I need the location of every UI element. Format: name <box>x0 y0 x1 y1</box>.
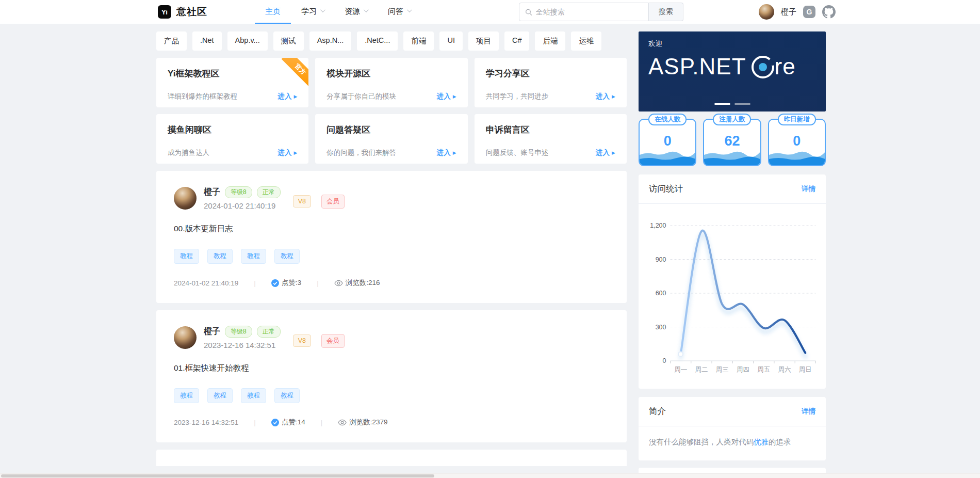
tag-chip[interactable]: 后端 <box>535 31 565 51</box>
tag-chip[interactable]: .Net <box>192 31 222 51</box>
zone-card[interactable]: 问题答疑区 你的问题，我们来解答 进入 ▶ <box>315 114 467 164</box>
views-eye-icon <box>338 419 347 426</box>
carousel-indicators <box>714 103 750 105</box>
banner-title-prefix: ASP.NET <box>648 54 746 79</box>
status-badge: 正常 <box>257 186 281 198</box>
zone-title: 摸鱼闲聊区 <box>168 124 297 136</box>
post-likes: 点赞:14 <box>282 418 305 427</box>
search-box[interactable] <box>519 3 649 21</box>
post-tag[interactable]: 教程 <box>241 249 266 264</box>
visit-stats-title: 访问统计 <box>649 183 683 195</box>
zone-card[interactable]: 申诉留言区 问题反馈、账号申述 进入 ▶ <box>475 114 627 164</box>
zone-description: 问题反馈、账号申述 <box>486 148 549 157</box>
github-icon[interactable] <box>822 5 836 19</box>
divider: | <box>254 419 256 426</box>
intro-text-highlight[interactable]: 优雅 <box>754 438 769 446</box>
tag-chip[interactable]: 产品 <box>156 31 187 51</box>
zone-description: 分享属于你自己的模块 <box>326 92 396 101</box>
level-badge: 等级8 <box>225 326 252 338</box>
intro-detail-link[interactable]: 详情 <box>802 407 815 416</box>
search-button[interactable]: 搜索 <box>649 3 683 21</box>
post-tag[interactable]: 教程 <box>274 388 300 403</box>
post-tag[interactable]: 教程 <box>241 388 266 403</box>
post-title[interactable]: 01.框架快速开始教程 <box>174 363 609 374</box>
nav-item-2[interactable]: 资源 <box>334 0 378 24</box>
post-tag[interactable]: 教程 <box>207 249 233 264</box>
zone-card[interactable]: 摸鱼闲聊区 成为捕鱼达人 进入 ▶ <box>156 114 308 164</box>
zone-enter-link[interactable]: 进入 ▶ <box>437 92 456 101</box>
post-author-name[interactable]: 橙子 <box>204 187 220 198</box>
zone-card[interactable]: 学习分享区 共同学习，共同进步 进入 ▶ <box>475 58 627 107</box>
zone-enter-link[interactable]: 进入 ▶ <box>437 148 456 157</box>
post-tags: 教程教程教程教程 <box>174 388 609 403</box>
horizontal-scrollbar[interactable] <box>0 473 980 478</box>
nav-item-1[interactable]: 学习 <box>291 0 334 24</box>
stat-card: 在线人数 0 <box>639 119 696 166</box>
chevron-down-icon <box>320 7 325 12</box>
nav-item-0[interactable]: 主页 <box>255 0 291 24</box>
zone-card[interactable]: Yi框架教程区 详细到爆炸的框架教程 进入 ▶ 官方 <box>156 58 308 107</box>
carousel-dot-1[interactable] <box>714 103 730 105</box>
intro-panel: 简介 详情 没有什么能够阻挡，人类对代码优雅的追求 <box>639 397 826 460</box>
official-ribbon-label: 官方 <box>282 58 308 88</box>
carousel-dot-2[interactable] <box>734 103 750 105</box>
level-badge: 等级8 <box>225 186 252 198</box>
nav-item-label: 主页 <box>265 7 281 17</box>
zone-card[interactable]: 模块开源区 分享属于你自己的模块 进入 ▶ <box>315 58 467 107</box>
post-likes: 点赞:3 <box>282 278 301 288</box>
chevron-down-icon <box>364 7 369 12</box>
zone-title: 问题答疑区 <box>326 124 456 136</box>
post-card[interactable]: 橙子 等级8 正常 2024-01-02 21:40:19 V8 会员 00.版… <box>156 171 627 303</box>
tag-chip[interactable]: .NetC... <box>357 31 398 51</box>
gitee-icon[interactable]: G <box>803 6 815 18</box>
zone-enter-link[interactable]: 进入 ▶ <box>596 92 615 101</box>
visit-stats-detail-link[interactable]: 详情 <box>802 184 815 194</box>
horizontal-scrollbar-thumb[interactable] <box>1 474 434 477</box>
post-tag[interactable]: 教程 <box>207 388 233 403</box>
tag-chip[interactable]: Asp.N... <box>309 31 352 51</box>
visit-stats-panel: 访问统计 详情 03006009001,200周一周二周三周四周五周六周日 <box>639 174 826 389</box>
wave-decoration <box>704 148 760 165</box>
user-name[interactable]: 橙子 <box>781 7 796 17</box>
stat-value: 62 <box>704 133 760 149</box>
divider: | <box>321 419 323 426</box>
svg-text:300: 300 <box>656 324 666 331</box>
zone-enter-link[interactable]: 进入 ▶ <box>277 92 297 101</box>
arrow-right-icon: ▶ <box>612 94 615 99</box>
post-tag[interactable]: 教程 <box>174 249 199 264</box>
svg-text:周六: 周六 <box>778 366 791 373</box>
svg-text:周二: 周二 <box>695 366 708 373</box>
tag-chip[interactable]: 测试 <box>273 31 304 51</box>
zone-description: 你的问题，我们来解答 <box>326 148 396 157</box>
nav-item-3[interactable]: 问答 <box>378 0 421 24</box>
tag-chip[interactable]: 项目 <box>468 31 499 51</box>
status-badge: 正常 <box>257 326 281 338</box>
user-avatar[interactable] <box>759 4 774 20</box>
tag-chip[interactable]: C# <box>504 31 530 51</box>
zone-enter-link[interactable]: 进入 ▶ <box>277 148 297 157</box>
tag-chip[interactable]: 运维 <box>571 31 601 51</box>
post-author-avatar[interactable] <box>174 326 197 349</box>
arrow-right-icon: ▶ <box>612 150 615 155</box>
banner-title-suffix: re <box>775 54 796 79</box>
welcome-banner[interactable]: 欢迎 ASP.NET re <box>639 31 826 111</box>
tag-chip[interactable]: UI <box>439 31 463 51</box>
zone-enter-link[interactable]: 进入 ▶ <box>596 148 615 157</box>
site-logo[interactable]: Yi 意社区 <box>158 0 207 24</box>
post-title[interactable]: 00.版本更新日志 <box>174 224 609 234</box>
post-tag[interactable]: 教程 <box>274 249 300 264</box>
vip-badge: V8 <box>293 334 311 347</box>
post-author-name[interactable]: 橙子 <box>204 326 220 337</box>
zone-enter-label: 进入 <box>277 92 291 101</box>
search-input[interactable] <box>536 8 643 16</box>
post-tag[interactable]: 教程 <box>174 388 199 403</box>
stat-label: 在线人数 <box>648 114 687 125</box>
tag-chip[interactable]: 前端 <box>403 31 434 51</box>
tag-chip[interactable]: Abp.v... <box>227 31 268 51</box>
svg-text:600: 600 <box>656 290 666 297</box>
post-tags: 教程教程教程教程 <box>174 249 609 264</box>
post-card[interactable]: 橙子 等级8 正常 2023-12-16 14:32:51 V8 会员 01.框… <box>156 310 627 442</box>
intro-title: 简介 <box>649 406 666 417</box>
stat-value: 0 <box>769 133 825 149</box>
post-author-avatar[interactable] <box>174 187 197 210</box>
